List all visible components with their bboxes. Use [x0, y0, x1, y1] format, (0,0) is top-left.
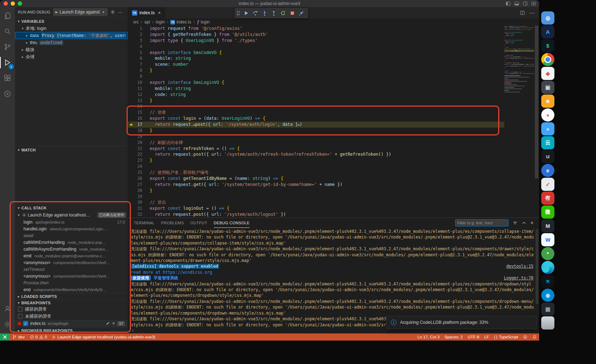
- console-filter-input[interactable]: [455, 219, 509, 226]
- cursor-position-item[interactable]: Ln 17, Col 3: [415, 333, 442, 341]
- restart-button[interactable]: [279, 9, 287, 17]
- code-line[interactable]: 8}: [128, 68, 504, 74]
- line-number[interactable]: 22: [128, 151, 142, 157]
- variable-row[interactable]: ▸this:undefined: [15, 39, 128, 46]
- code-line[interactable]: 2import { getRefreshToken } from '@/util…: [128, 32, 504, 38]
- maximize-panel-icon[interactable]: [522, 221, 526, 225]
- dock-app-icon-8[interactable]: ●: [541, 108, 554, 122]
- panel-tab-output[interactable]: OUTPUT: [190, 218, 207, 228]
- console-options-icon[interactable]: [513, 221, 517, 225]
- breakpoint-checkbox[interactable]: [18, 314, 23, 319]
- tab-index-ts[interactable]: TS index.ts ×: [128, 7, 165, 18]
- editor-scrollbar[interactable]: [534, 26, 539, 218]
- breadcrumb-item[interactable]: src: [133, 20, 139, 25]
- line-number[interactable]: 24: [128, 164, 142, 170]
- browser-breakpoints-header[interactable]: ▸ BROWSER BREAKPOINTS: [15, 327, 128, 333]
- search-icon[interactable]: [0, 23, 15, 39]
- explorer-icon[interactable]: [0, 8, 15, 23]
- indentation-item[interactable]: Spaces: 2: [442, 333, 465, 341]
- breakpoint-row[interactable]: ✓index.tssrc/api/login×17: [15, 320, 128, 327]
- code-line[interactable]: 32 return request.post({ url: '/system/a…: [128, 212, 504, 218]
- line-number[interactable]: 28: [128, 188, 142, 194]
- line-number[interactable]: 29: [128, 194, 142, 200]
- stack-frame-row[interactable]: emitnode_modules/.pnpm/@vue+runtime-c…: [15, 252, 128, 259]
- breakpoint-checkbox[interactable]: [18, 307, 23, 312]
- settings-gear-icon[interactable]: [0, 316, 15, 332]
- run-debug-icon[interactable]: 1: [0, 55, 15, 70]
- toggle-secondary-sidebar-icon[interactable]: [523, 1, 528, 6]
- panel-tab-terminal[interactable]: TERMINAL: [134, 218, 155, 228]
- dock-app-icon-17[interactable]: W: [541, 233, 554, 246]
- code-line[interactable]: 27 return request.get({ url: '/system/te…: [128, 182, 504, 188]
- continue-button[interactable]: [242, 9, 250, 17]
- dock-app-icon-4[interactable]: [541, 53, 554, 66]
- panel-scrollbar[interactable]: [536, 229, 538, 304]
- code-line[interactable]: 12 code: string: [128, 92, 504, 98]
- line-number[interactable]: 19: [128, 134, 142, 140]
- branch-status-item[interactable]: dev: [10, 333, 27, 341]
- dock-app-icon-9[interactable]: »: [541, 122, 554, 135]
- step-over-button[interactable]: [251, 9, 260, 17]
- code-line[interactable]: 5export interface SmsCodeVO {: [128, 50, 504, 56]
- call-stack-section-header[interactable]: ▾ CALL STACK: [15, 204, 128, 212]
- code-line[interactable]: 30// 登出: [128, 199, 504, 205]
- dock-app-icon-12[interactable]: e: [541, 164, 554, 177]
- stack-frame-row[interactable]: callWithAsyncErrorHandlingnode_modules…: [15, 246, 128, 252]
- breadcrumb-item[interactable]: api: [144, 20, 150, 25]
- dock-app-icon-20[interactable]: ✕: [541, 275, 554, 288]
- edit-breakpoint-icon[interactable]: [106, 321, 110, 326]
- line-number[interactable]: 23: [128, 157, 142, 164]
- breadcrumb-item[interactable]: login: [156, 20, 165, 25]
- line-number[interactable]: 1: [128, 26, 142, 32]
- code-line[interactable]: 20// 刷新访问令牌: [128, 140, 504, 146]
- variables-scope-row[interactable]: ▾ 本地: login: [15, 25, 128, 32]
- dock-app-icon-6[interactable]: ▣: [541, 81, 554, 94]
- stack-frame-row[interactable]: setTimeout: [15, 266, 128, 273]
- variable-row[interactable]: ▸data:Proxy {tenantName: '芋道源码', usernam…: [15, 32, 128, 39]
- line-number[interactable]: 11: [128, 86, 142, 92]
- remote-indicator[interactable]: [0, 333, 10, 341]
- code-line[interactable]: 18}: [128, 128, 504, 134]
- code-line[interactable]: 17 return request.●post({ url: '/system/…: [128, 122, 504, 128]
- code-line[interactable]: 6 mobile: string: [128, 55, 504, 61]
- code-line[interactable]: 29: [128, 194, 504, 200]
- code-line[interactable]: 13}: [128, 98, 504, 104]
- code-line[interactable]: 19: [128, 134, 504, 140]
- console-source-link[interactable]: devtools:15: [506, 263, 533, 269]
- code-line[interactable]: 10export interface SmsLoginVO {: [128, 80, 504, 86]
- line-number[interactable]: 10: [128, 80, 142, 86]
- dock-app-icon-5[interactable]: ◆: [541, 67, 554, 80]
- line-number[interactable]: 14: [128, 103, 142, 109]
- breakpoint-checkbox[interactable]: ✓: [23, 321, 28, 326]
- dock-trash-icon[interactable]: [541, 316, 554, 330]
- breakpoint-row[interactable]: 捕获的异常: [15, 306, 128, 313]
- line-number[interactable]: 9: [128, 74, 142, 80]
- stack-frame-row[interactable]: endcomponents/Verifition/src/Verify/Veri…: [15, 286, 128, 293]
- code-line[interactable]: 7 scene: number: [128, 61, 504, 68]
- code-line[interactable]: 15// 登录: [128, 109, 504, 116]
- more-actions-icon[interactable]: ⋯: [118, 10, 122, 15]
- line-number[interactable]: 13: [128, 98, 142, 104]
- dock-app-icon-22[interactable]: ▦: [541, 303, 554, 316]
- code-line[interactable]: 21export const refreshToken = () => {: [128, 146, 504, 152]
- debug-session-row[interactable]: ▾ Launch Edge against localhost… 已在断点处暂停: [15, 212, 128, 219]
- code-line[interactable]: 23}: [128, 157, 504, 164]
- line-number[interactable]: 20: [128, 140, 142, 146]
- language-mode-item[interactable]: { } TypeScript: [491, 333, 521, 341]
- panel-tab-debug-console[interactable]: DEBUG CONSOLE: [214, 218, 250, 228]
- dock-app-icon-7[interactable]: ★: [541, 95, 554, 108]
- stack-frame-row[interactable]: handleLoginviews/Login/components/Login…: [15, 225, 128, 232]
- variables-section-header[interactable]: ▾ VARIABLES: [15, 17, 128, 25]
- code-line[interactable]: 16export const login = (data: UserLoginV…: [128, 116, 504, 122]
- code-line[interactable]: 28}: [128, 188, 504, 194]
- editor-more-actions-icon[interactable]: ⋯: [529, 10, 535, 16]
- line-number[interactable]: 30: [128, 199, 142, 205]
- hexagon-extension-icon[interactable]: [0, 86, 15, 102]
- dock-app-icon-21[interactable]: ◉: [541, 289, 554, 302]
- code-line[interactable]: 24: [128, 164, 504, 170]
- breakpoints-header[interactable]: ▾ BREAKPOINTS: [15, 299, 128, 306]
- step-out-button[interactable]: [270, 9, 278, 17]
- dock-app-icon-16[interactable]: M: [541, 219, 554, 232]
- line-number[interactable]: 26: [128, 176, 142, 182]
- dock-app-icon-14[interactable]: 有: [541, 192, 554, 205]
